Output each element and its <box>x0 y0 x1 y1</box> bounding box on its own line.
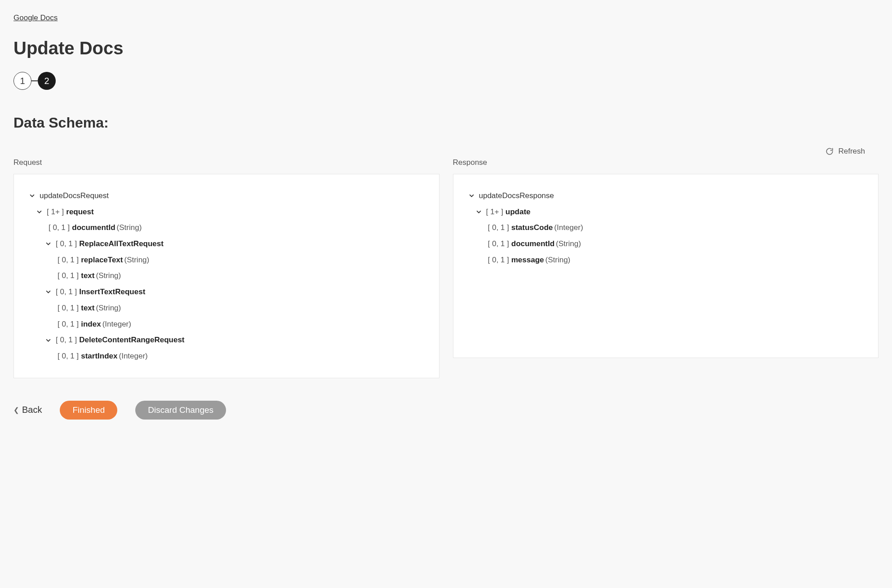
cardinality: [ 0, 1 ] <box>58 348 79 364</box>
field-type: (Integer) <box>554 220 583 236</box>
cardinality: [ 1+ ] <box>486 204 503 220</box>
chevron-down-icon[interactable] <box>46 241 53 246</box>
cardinality: [ 0, 1 ] <box>56 332 77 348</box>
request-column: Request updateDocsRequest [ 1+ ] request… <box>13 158 439 378</box>
page-title: Update Docs <box>13 38 879 58</box>
tree-leaf: [ 0, 1 ] documentId (String) <box>30 220 423 236</box>
cardinality: [ 0, 1 ] <box>56 236 77 252</box>
field-name: request <box>66 204 93 220</box>
field-name: text <box>81 300 94 316</box>
chevron-down-icon[interactable] <box>469 193 476 198</box>
refresh-icon <box>825 147 834 155</box>
tree-leaf: [ 0, 1 ] text (String) <box>30 268 423 284</box>
refresh-button[interactable]: Refresh <box>825 147 865 156</box>
chevron-down-icon[interactable] <box>46 289 53 294</box>
field-type: (Integer) <box>119 348 148 364</box>
field-name: startIndex <box>81 348 117 364</box>
cardinality: [ 0, 1 ] <box>56 284 77 300</box>
cardinality: [ 0, 1 ] <box>488 236 509 252</box>
section-title: Data Schema: <box>13 115 879 131</box>
cardinality: [ 0, 1 ] <box>58 300 79 316</box>
field-type: (String) <box>117 220 142 236</box>
stepper: 1 2 <box>13 72 879 90</box>
tree-node: [ 1+ ] request <box>30 204 423 220</box>
field-name: InsertTextRequest <box>79 284 145 300</box>
cardinality: [ 0, 1 ] <box>488 252 509 268</box>
field-name: documentId <box>511 236 555 252</box>
field-name: message <box>511 252 544 268</box>
tree-leaf: [ 0, 1 ] statusCode (Integer) <box>469 220 863 236</box>
chevron-down-icon[interactable] <box>46 338 53 343</box>
tree-leaf: [ 0, 1 ] text (String) <box>30 300 423 316</box>
cardinality: [ 0, 1 ] <box>488 220 509 236</box>
field-type: (String) <box>96 300 121 316</box>
field-type: (Integer) <box>102 316 131 332</box>
field-name: index <box>81 316 101 332</box>
cardinality: [ 0, 1 ] <box>49 220 70 236</box>
tree-leaf: [ 0, 1 ] index (Integer) <box>30 316 423 332</box>
field-type: (String) <box>556 236 581 252</box>
field-type: (String) <box>96 268 121 284</box>
tree-node-label: updateDocsRequest <box>40 188 109 204</box>
cardinality: [ 0, 1 ] <box>58 268 79 284</box>
cardinality: [ 0, 1 ] <box>58 316 79 332</box>
field-name: statusCode <box>511 220 553 236</box>
chevron-left-icon: ❮ <box>13 406 19 414</box>
footer-actions: ❮ Back Finished Discard Changes <box>13 401 879 420</box>
cardinality: [ 0, 1 ] <box>58 252 79 268</box>
response-label: Response <box>453 158 879 167</box>
refresh-label: Refresh <box>838 147 865 156</box>
field-name: text <box>81 268 94 284</box>
back-label: Back <box>22 405 42 415</box>
tree-leaf: [ 0, 1 ] replaceText (String) <box>30 252 423 268</box>
field-type: (String) <box>124 252 149 268</box>
tree-leaf: [ 0, 1 ] startIndex (Integer) <box>30 348 423 364</box>
field-name: documentId <box>72 220 115 236</box>
tree-leaf: [ 0, 1 ] message (String) <box>469 252 863 268</box>
field-type: (String) <box>546 252 571 268</box>
request-panel: updateDocsRequest [ 1+ ] request [ 0, 1 … <box>13 174 439 378</box>
request-label: Request <box>13 158 439 167</box>
field-name: ReplaceAllTextRequest <box>79 236 164 252</box>
tree-node: [ 0, 1 ] InsertTextRequest <box>30 284 423 300</box>
response-panel: updateDocsResponse [ 1+ ] update [ 0, 1 … <box>453 174 879 358</box>
chevron-down-icon[interactable] <box>476 209 484 214</box>
tree-root: updateDocsRequest <box>30 188 423 204</box>
response-column: Response updateDocsResponse [ 1+ ] updat… <box>453 158 879 378</box>
breadcrumb-link[interactable]: Google Docs <box>13 13 58 22</box>
tree-leaf: [ 0, 1 ] documentId (String) <box>469 236 863 252</box>
tree-node: [ 0, 1 ] DeleteContentRangeRequest <box>30 332 423 348</box>
discard-changes-button[interactable]: Discard Changes <box>135 401 226 420</box>
tree-node-label: updateDocsResponse <box>479 188 554 204</box>
field-name: replaceText <box>81 252 123 268</box>
tree-node: [ 1+ ] update <box>469 204 863 220</box>
tree-node: [ 0, 1 ] ReplaceAllTextRequest <box>30 236 423 252</box>
field-name: update <box>506 204 531 220</box>
field-name: DeleteContentRangeRequest <box>79 332 184 348</box>
chevron-down-icon[interactable] <box>30 193 37 198</box>
cardinality: [ 1+ ] <box>47 204 64 220</box>
step-1[interactable]: 1 <box>13 72 31 90</box>
step-2[interactable]: 2 <box>38 72 56 90</box>
step-connector <box>31 80 38 81</box>
tree-root: updateDocsResponse <box>469 188 863 204</box>
back-link[interactable]: ❮ Back <box>13 405 42 415</box>
finished-button[interactable]: Finished <box>60 401 117 420</box>
chevron-down-icon[interactable] <box>37 209 44 214</box>
